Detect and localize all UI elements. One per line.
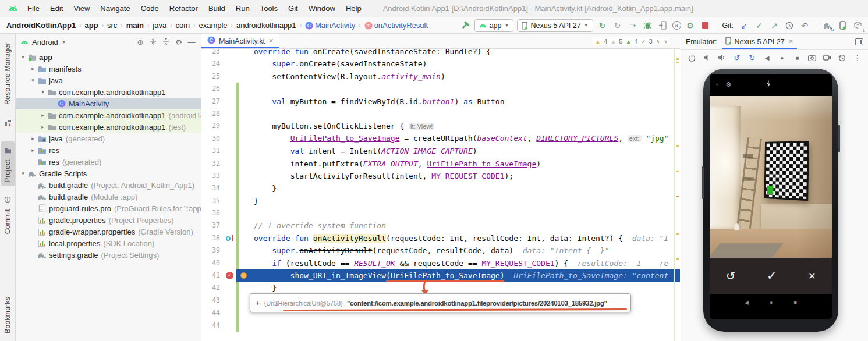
git-update-icon[interactable]: ↙ xyxy=(738,20,750,31)
line-number[interactable]: 28 xyxy=(201,108,222,120)
menu-item-view[interactable]: View xyxy=(68,2,95,15)
code-line-30[interactable]: 30 UriFilePath_to_SaveImage = createURIp… xyxy=(201,133,680,145)
profile-restart-icon[interactable]: ⚙ xyxy=(685,20,696,31)
menu-item-code[interactable]: Code xyxy=(136,2,164,15)
line-number[interactable]: 44 xyxy=(201,319,222,332)
line-number[interactable]: 33 xyxy=(201,170,222,182)
nav-overview-icon[interactable]: ■ xyxy=(794,300,797,306)
code-line-31[interactable]: 31 val intent = Intent(ACTION_IMAGE_CAPT… xyxy=(201,145,680,157)
stop-icon[interactable] xyxy=(700,20,711,31)
sidebar-item-resource-manager[interactable]: Resource Manager xyxy=(1,38,15,109)
tree-item-app[interactable]: ▾app xyxy=(16,51,201,63)
device-select[interactable]: Nexus 5 API 27 ▼ xyxy=(517,19,593,32)
chevron-down-icon[interactable]: ▾ xyxy=(19,170,27,176)
nav-home-icon[interactable]: ● xyxy=(770,300,773,306)
settings-gear-icon[interactable]: ⚙ xyxy=(174,38,183,47)
sdk-manager-icon[interactable]: ↓ xyxy=(852,20,863,31)
breadcrumb-item-com[interactable]: com xyxy=(174,20,192,30)
line-number[interactable]: 43 xyxy=(201,294,222,307)
line-number[interactable]: 42 xyxy=(201,282,222,294)
line-number[interactable]: 32 xyxy=(201,158,222,170)
build-icon[interactable] xyxy=(459,20,471,31)
breadcrumb-item-androidkotlinapp1[interactable]: androidkotlinapp1 xyxy=(235,20,298,30)
close-icon[interactable]: ✕ xyxy=(268,37,274,45)
menu-item-run[interactable]: Run xyxy=(231,2,255,15)
confirm-check-icon[interactable]: ✓ xyxy=(767,269,777,283)
device-manager-icon[interactable] xyxy=(837,20,848,31)
code-line-34[interactable]: 34 } xyxy=(201,182,680,194)
debug-icon[interactable] xyxy=(642,20,654,31)
line-number[interactable]: 25 xyxy=(201,70,222,83)
tab-nexus-5-api-27[interactable]: Nexus 5 API 27 ✕ xyxy=(722,34,797,49)
back-icon[interactable]: ◀ xyxy=(762,53,772,63)
code-line-23[interactable]: 23override fun onCreate(savedInstanceSta… xyxy=(201,49,680,58)
code-line-29[interactable]: 29 myButton.setOnClickListener { it: Vie… xyxy=(201,120,680,132)
breadcrumb-item-app[interactable]: app xyxy=(83,20,100,30)
code-line-38[interactable]: 38override fun onActivityResult(requestC… xyxy=(201,232,680,244)
breadcrumb-item-src[interactable]: src xyxy=(105,20,119,30)
rotate-left-icon[interactable]: ↺ xyxy=(732,53,742,63)
menu-item-edit[interactable]: Edit xyxy=(45,2,68,15)
line-number[interactable]: 26 xyxy=(201,83,222,95)
tree-item-java[interactable]: ▾java xyxy=(16,74,201,86)
screen-record-icon[interactable] xyxy=(822,53,832,63)
code-line-25[interactable]: 25 setContentView(R.layout.activity_main… xyxy=(201,70,680,83)
git-history-icon[interactable] xyxy=(784,20,795,31)
line-number[interactable]: 27 xyxy=(201,95,222,108)
tree-item-com-example-androidkotlinapp1[interactable]: ▸com.example.androidkotlinapp1(androidTe… xyxy=(16,109,201,121)
emulator-screen[interactable]: ⚙ xyxy=(710,74,832,319)
tree-item-local-properties[interactable]: local.properties(SDK Location) xyxy=(16,237,201,249)
inspections-widget[interactable]: ▲4 ▲5 ▲4 ✓3 ∧ ∨ xyxy=(593,37,671,45)
menu-item-help[interactable]: Help xyxy=(341,2,367,15)
code-line-24[interactable]: 24 super.onCreate(savedInstanceState) xyxy=(201,58,680,70)
expand-all-icon[interactable] xyxy=(148,38,158,47)
more-options-icon[interactable]: ⋮ xyxy=(852,53,862,63)
line-number[interactable]: 24 xyxy=(201,58,222,70)
menu-item-navigate[interactable]: Navigate xyxy=(95,2,135,15)
tree-item-res[interactable]: res(generated) xyxy=(16,156,201,168)
cancel-icon[interactable]: × xyxy=(809,269,816,283)
breadcrumb-item-androidkotlinapp1[interactable]: AndroidKotlinApp1 xyxy=(5,20,77,30)
sidebar-item-bookmarks[interactable]: Bookmarks xyxy=(1,293,15,338)
breadcrumb-item-java[interactable]: java xyxy=(151,20,168,30)
breadcrumb-item-mainactivity[interactable]: CMainActivity xyxy=(303,20,357,30)
code-line-41[interactable]: 41✓ show_URI_in_ImageView(UriFilePath_to… xyxy=(201,269,680,282)
breadcrumb-item-example[interactable]: example xyxy=(197,20,229,30)
tree-item-gradle-properties[interactable]: gradle.properties(Project Properties) xyxy=(16,214,201,226)
line-number[interactable]: 31 xyxy=(201,145,222,157)
tree-item-com-example-androidkotlinapp1[interactable]: ▸com.example.androidkotlinapp1(test) xyxy=(16,121,201,133)
flash-icon[interactable] xyxy=(766,80,771,90)
retake-icon[interactable]: ↺ xyxy=(726,269,735,283)
menu-item-refactor[interactable]: Refactor xyxy=(164,2,203,15)
code-line-27[interactable]: 27 val myButton = findViewById(R.id.butt… xyxy=(201,95,680,108)
line-number[interactable]: 29 xyxy=(201,120,222,132)
profiler-icon[interactable]: a xyxy=(672,21,681,30)
attach-debugger-icon[interactable] xyxy=(657,20,669,31)
code-line-44[interactable]: 44 xyxy=(201,319,680,332)
line-number[interactable]: 30 xyxy=(201,133,222,145)
tree-item-java[interactable]: ▸java(generated) xyxy=(16,133,201,144)
tree-item-manifests[interactable]: ▸manifests xyxy=(16,63,201,74)
line-number[interactable]: 37 xyxy=(201,219,222,232)
menu-item-window[interactable]: Window xyxy=(303,2,341,15)
overview-icon[interactable]: ■ xyxy=(792,53,802,63)
tree-item-gradle-wrapper-properties[interactable]: gradle-wrapper.properties(Gradle Version… xyxy=(16,226,201,237)
next-highlight-icon[interactable]: ∨ xyxy=(663,38,668,44)
code-line-37[interactable]: 37// I override system function xyxy=(201,219,680,232)
line-number[interactable]: 39 xyxy=(201,244,222,257)
chevron-down-icon[interactable]: ▾ xyxy=(39,89,47,95)
line-number[interactable]: 36 xyxy=(201,207,222,219)
camera-settings-icon[interactable]: ⚙ xyxy=(725,81,731,88)
git-rollback-icon[interactable]: ↶ xyxy=(799,20,810,31)
tree-item-gradle-scripts[interactable]: ▾Gradle Scripts xyxy=(16,168,201,179)
menu-item-git[interactable]: Git xyxy=(283,2,303,15)
chevron-right-icon[interactable]: ▸ xyxy=(29,66,37,72)
chevron-right-icon[interactable]: ▸ xyxy=(29,147,37,153)
sidebar-item-commit[interactable]: Commit xyxy=(1,191,15,238)
home-icon[interactable]: ● xyxy=(777,53,787,63)
line-number[interactable]: 34 xyxy=(201,182,222,194)
build-variants-icon[interactable] xyxy=(5,118,11,129)
volume-down-icon[interactable] xyxy=(702,53,712,63)
chevron-down-icon[interactable]: ▾ xyxy=(29,77,37,83)
code-line-28[interactable]: 28 xyxy=(201,108,680,120)
